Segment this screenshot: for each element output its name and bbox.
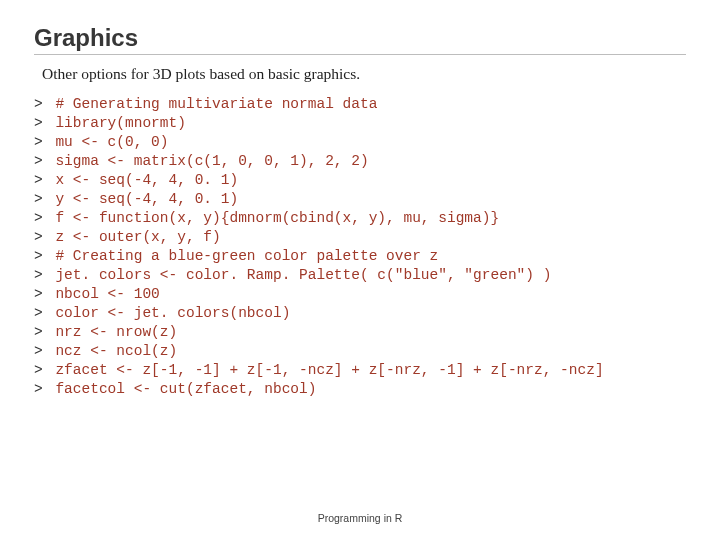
subtitle: Other options for 3D plots based on basi… bbox=[42, 65, 686, 83]
prompt: > bbox=[34, 229, 51, 245]
code-line: > y <- seq(-4, 4, 0. 1) bbox=[34, 190, 686, 209]
code-text: zfacet <- z[-1, -1] + z[-1, -ncz] + z[-n… bbox=[55, 362, 603, 378]
code-text: # Creating a blue-green color palette ov… bbox=[55, 248, 438, 264]
code-line: > color <- jet. colors(nbcol) bbox=[34, 304, 686, 323]
prompt: > bbox=[34, 343, 51, 359]
prompt: > bbox=[34, 248, 51, 264]
code-text: z <- outer(x, y, f) bbox=[55, 229, 220, 245]
code-line: > ncz <- ncol(z) bbox=[34, 342, 686, 361]
code-line: > x <- seq(-4, 4, 0. 1) bbox=[34, 171, 686, 190]
code-line: > f <- function(x, y){dmnorm(cbind(x, y)… bbox=[34, 209, 686, 228]
footer: Programming in R bbox=[0, 512, 720, 524]
prompt: > bbox=[34, 362, 51, 378]
code-text: color <- jet. colors(nbcol) bbox=[55, 305, 290, 321]
prompt: > bbox=[34, 115, 51, 131]
code-text: nrz <- nrow(z) bbox=[55, 324, 177, 340]
prompt: > bbox=[34, 286, 51, 302]
code-text: library(mnormt) bbox=[55, 115, 186, 131]
code-text: ncz <- ncol(z) bbox=[55, 343, 177, 359]
code-line: > sigma <- matrix(c(1, 0, 0, 1), 2, 2) bbox=[34, 152, 686, 171]
code-line: > # Creating a blue-green color palette … bbox=[34, 247, 686, 266]
prompt: > bbox=[34, 96, 51, 112]
code-text: # Generating multivariate normal data bbox=[55, 96, 377, 112]
prompt: > bbox=[34, 381, 51, 397]
prompt: > bbox=[34, 267, 51, 283]
code-line: > # Generating multivariate normal data bbox=[34, 95, 686, 114]
code-text: y <- seq(-4, 4, 0. 1) bbox=[55, 191, 238, 207]
code-line: > jet. colors <- color. Ramp. Palette( c… bbox=[34, 266, 686, 285]
prompt: > bbox=[34, 191, 51, 207]
code-text: f <- function(x, y){dmnorm(cbind(x, y), … bbox=[55, 210, 499, 226]
code-line: > library(mnormt) bbox=[34, 114, 686, 133]
code-line: > mu <- c(0, 0) bbox=[34, 133, 686, 152]
code-block: > # Generating multivariate normal data>… bbox=[34, 95, 686, 399]
code-text: sigma <- matrix(c(1, 0, 0, 1), 2, 2) bbox=[55, 153, 368, 169]
code-text: mu <- c(0, 0) bbox=[55, 134, 168, 150]
code-text: nbcol <- 100 bbox=[55, 286, 159, 302]
code-line: > nbcol <- 100 bbox=[34, 285, 686, 304]
slide: Graphics Other options for 3D plots base… bbox=[0, 0, 720, 540]
prompt: > bbox=[34, 210, 51, 226]
code-text: facetcol <- cut(zfacet, nbcol) bbox=[55, 381, 316, 397]
code-line: > facetcol <- cut(zfacet, nbcol) bbox=[34, 380, 686, 399]
prompt: > bbox=[34, 305, 51, 321]
prompt: > bbox=[34, 172, 51, 188]
prompt: > bbox=[34, 153, 51, 169]
code-text: jet. colors <- color. Ramp. Palette( c("… bbox=[55, 267, 551, 283]
page-title: Graphics bbox=[34, 24, 686, 55]
code-line: > zfacet <- z[-1, -1] + z[-1, -ncz] + z[… bbox=[34, 361, 686, 380]
code-text: x <- seq(-4, 4, 0. 1) bbox=[55, 172, 238, 188]
code-line: > z <- outer(x, y, f) bbox=[34, 228, 686, 247]
prompt: > bbox=[34, 134, 51, 150]
code-line: > nrz <- nrow(z) bbox=[34, 323, 686, 342]
prompt: > bbox=[34, 324, 51, 340]
